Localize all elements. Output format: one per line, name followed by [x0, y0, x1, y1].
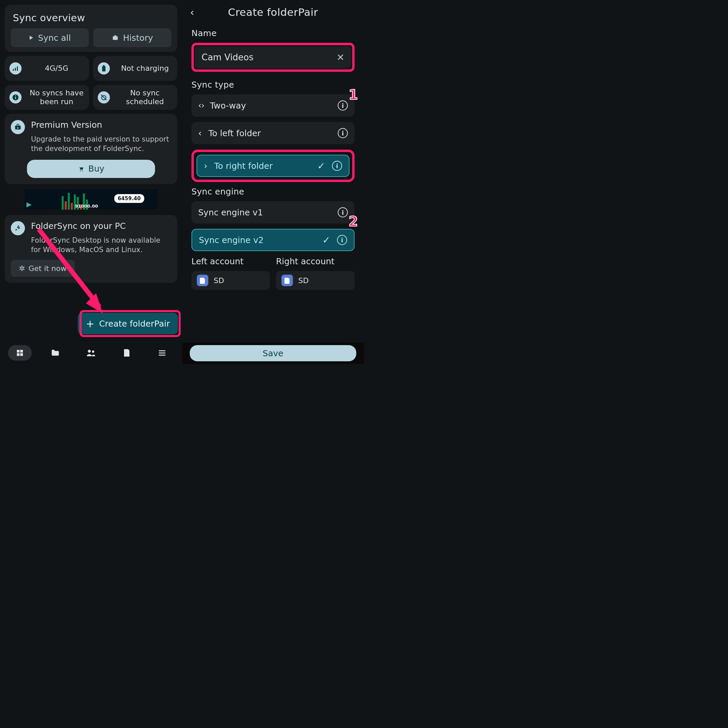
svg-point-15 [18, 226, 19, 228]
premium-card: Premium Version Upgrade to the paid vers… [5, 114, 177, 184]
get-label: Get it now [28, 264, 66, 273]
check-icon: ✓ [323, 235, 330, 246]
premium-title: Premium Version [31, 120, 171, 130]
two-way-icon: ‹ › [198, 101, 203, 110]
nav-menu[interactable] [150, 345, 174, 361]
buy-button[interactable]: Buy [27, 160, 155, 178]
check-icon: ✓ [318, 161, 325, 171]
svg-rect-6 [103, 65, 104, 66]
history-icon [112, 34, 119, 41]
network-status: 4G/5G [5, 56, 89, 81]
runs-status: No syncs have been run [5, 85, 89, 110]
schedule-label: No sync scheduled [116, 89, 177, 107]
svg-rect-24 [159, 350, 165, 351]
battery-status: Not charging [93, 56, 177, 81]
clear-icon[interactable]: ✕ [337, 52, 344, 63]
svg-point-9 [15, 95, 16, 96]
schedule-status: No sync scheduled [93, 85, 177, 110]
battery-label: Not charging [116, 64, 177, 73]
sync-type-to-left[interactable]: ‹ To left folder i [191, 122, 355, 144]
info-icon[interactable]: i [337, 235, 347, 245]
engine-v2-label: Sync engine v2 [199, 235, 316, 245]
get-it-now-button[interactable]: ✲ Get it now [11, 260, 75, 277]
two-way-label: Two-way [210, 101, 331, 110]
sync-overview-title: Sync overview [13, 12, 171, 24]
annotation-2: 2 [349, 214, 358, 229]
svg-rect-5 [102, 66, 106, 72]
name-label: Name [191, 28, 355, 38]
sync-engine-v1[interactable]: Sync engine v1 i [191, 201, 355, 223]
history-button[interactable]: History [93, 28, 171, 47]
sd-card-icon [281, 275, 293, 286]
info-icon[interactable]: i [332, 161, 342, 171]
bottom-nav [0, 342, 182, 364]
nav-accounts[interactable] [79, 345, 103, 361]
sync-overview-card: Sync overview Sync all History [5, 5, 177, 52]
svg-rect-8 [15, 97, 16, 99]
info-icon[interactable]: i [338, 101, 348, 110]
header: ‹ Create folderPair [182, 0, 364, 24]
svg-rect-21 [20, 353, 23, 356]
save-button[interactable]: Save [190, 345, 356, 361]
svg-rect-20 [17, 353, 20, 356]
network-label: 4G/5G [28, 64, 89, 73]
history-label: History [123, 33, 153, 43]
premium-desc: Upgrade to the paid version to support t… [31, 135, 171, 154]
right-account-select[interactable]: SD [276, 271, 355, 290]
sd-card-icon [197, 275, 208, 286]
gear-icon: ✲ [19, 264, 25, 273]
svg-rect-2 [13, 69, 14, 71]
svg-point-13 [80, 170, 81, 171]
alarm-off-icon [98, 91, 110, 104]
save-bar: Save [182, 343, 364, 364]
sync-engine-label: Sync engine [191, 187, 355, 196]
to-left-label: To left folder [208, 128, 331, 138]
left-account-label: Left account [191, 257, 270, 266]
engine-v1-label: Sync engine v1 [198, 208, 331, 217]
ad-low: 91000.00 [75, 203, 98, 209]
pc-card: FolderSync on your PC FolderSync Desktop… [5, 215, 177, 283]
cart-icon [78, 165, 84, 172]
chevron-right-icon: › [204, 161, 207, 171]
svg-rect-26 [159, 355, 165, 356]
sd-label: SD [298, 276, 309, 285]
sync-type-label: Sync type [191, 80, 355, 90]
svg-rect-4 [17, 66, 18, 71]
ad-banner[interactable]: ▶ 6459.40 91000.00 [24, 190, 158, 210]
name-value: Cam Videos [202, 52, 254, 62]
nav-folders[interactable] [43, 345, 67, 361]
info-icon[interactable]: i [338, 128, 348, 138]
pc-title: FolderSync on your PC [31, 221, 171, 231]
svg-point-23 [92, 350, 94, 353]
svg-rect-25 [159, 353, 165, 353]
right-account-label: Right account [276, 257, 355, 266]
chevron-left-icon: ‹ [198, 128, 202, 138]
info-icon[interactable]: i [338, 207, 348, 217]
svg-rect-19 [20, 350, 23, 353]
svg-point-14 [82, 170, 83, 171]
nav-storage[interactable] [115, 345, 139, 361]
sync-type-two-way[interactable]: ‹ › Two-way i [191, 94, 355, 116]
name-input[interactable]: Cam Videos ✕ [195, 46, 351, 69]
sync-engine-v2[interactable]: Sync engine v2 ✓ i [191, 229, 355, 251]
annotation-box-name: Cam Videos ✕ [191, 43, 355, 72]
pc-desc: FolderSync Desktop is now available for … [31, 236, 171, 255]
sync-type-to-right[interactable]: › To right folder ✓ i [196, 155, 350, 177]
sync-all-button[interactable]: Sync all [11, 28, 89, 47]
left-account-select[interactable]: SD [191, 271, 270, 290]
rocket-icon [11, 221, 25, 235]
nav-dashboard[interactable] [8, 345, 32, 361]
svg-rect-0 [113, 36, 118, 40]
back-button[interactable]: ‹ [190, 6, 194, 18]
annotation-box-fab [80, 310, 180, 337]
svg-point-22 [88, 350, 91, 353]
sync-all-label: Sync all [38, 33, 71, 43]
shop-icon [11, 120, 25, 134]
annotation-1: 1 [349, 87, 358, 102]
svg-rect-3 [15, 68, 16, 71]
info-icon [9, 91, 21, 104]
svg-rect-18 [17, 350, 20, 353]
svg-rect-1 [114, 35, 116, 37]
to-right-label: To right folder [214, 161, 310, 171]
signal-icon [9, 62, 21, 75]
